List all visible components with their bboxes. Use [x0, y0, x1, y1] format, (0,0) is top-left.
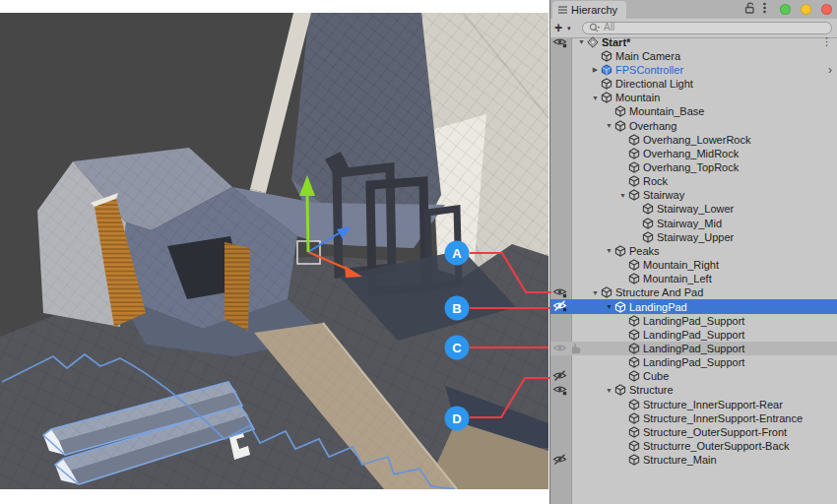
y-axis-arrow[interactable] — [307, 195, 308, 252]
unity-editor-screenshot: { "panel": { "tab": "Hierarchy", "search… — [0, 0, 837, 504]
hierarchy-row[interactable]: Structure_OuterSupport-Front — [550, 425, 837, 439]
hierarchy-row[interactable]: Overhang_TopRock — [550, 160, 837, 174]
hierarchy-row[interactable]: Structure_InnerSupport-Entrance — [550, 411, 837, 425]
object-label: Overhang — [629, 120, 676, 132]
indent-spacer — [572, 69, 590, 70]
hierarchy-row[interactable]: LandingPad_Support — [550, 355, 837, 369]
object-label: Structure — [629, 384, 674, 396]
gameobject-cube-icon — [642, 203, 654, 215]
window-close-button[interactable] — [821, 4, 832, 15]
row-visibility-toggles[interactable] — [552, 343, 582, 354]
expanded-triangle-icon[interactable]: ▼ — [604, 247, 614, 254]
hidden-eye-icon[interactable] — [552, 370, 567, 382]
expanded-triangle-icon[interactable]: ▼ — [617, 192, 628, 199]
eye-icon[interactable] — [552, 343, 567, 354]
hierarchy-row[interactable]: Mountain_Right — [550, 258, 837, 272]
pickability-hand-icon[interactable] — [569, 343, 582, 354]
prefab-chevron-icon[interactable]: › — [828, 63, 832, 77]
expanded-triangle-icon[interactable]: ▼ — [604, 387, 614, 394]
row-visibility-toggles[interactable] — [552, 286, 567, 298]
hierarchy-row[interactable]: Stairway_Upper — [550, 230, 837, 244]
search-input[interactable]: All — [582, 22, 832, 34]
hierarchy-row[interactable]: ▼LandingPad — [550, 299, 837, 313]
indent-spacer — [572, 55, 590, 56]
hierarchy-row[interactable]: ▼Overhang — [550, 118, 837, 132]
hierarchy-row[interactable]: ▼Structure And Pad — [550, 285, 837, 299]
expanded-triangle-icon[interactable]: ▼ — [604, 303, 614, 310]
collapsed-triangle-icon[interactable]: ▶ — [590, 66, 601, 74]
object-label: Peaks — [629, 245, 660, 257]
kebab-menu-icon[interactable] — [763, 2, 766, 14]
hierarchy-panel: Hierarchy + ▾ All — [549, 0, 837, 504]
row-visibility-toggles[interactable] — [552, 36, 567, 48]
indent-spacer — [572, 376, 617, 377]
hierarchy-row[interactable]: ▼Structure — [550, 383, 837, 397]
hierarchy-row[interactable]: Stairway_Lower — [550, 202, 837, 216]
create-object-button[interactable]: + — [554, 19, 562, 36]
expanded-triangle-icon[interactable]: ▼ — [576, 38, 587, 45]
object-label: Mountain_Right — [643, 259, 719, 271]
object-label: LandingPad_Support — [643, 343, 744, 354]
scene-view-canvas[interactable] — [0, 0, 549, 504]
row-visibility-toggles[interactable] — [552, 300, 567, 312]
window-buttons — [780, 4, 832, 15]
gameobject-cube-icon — [614, 105, 626, 117]
tab-hierarchy[interactable]: Hierarchy — [552, 1, 626, 19]
indent-spacer — [572, 362, 617, 363]
indent-spacer — [572, 320, 617, 321]
hierarchy-row[interactable]: Cube — [550, 369, 837, 383]
window-zoom-button[interactable] — [780, 4, 791, 15]
hidden-eye-icon[interactable] — [552, 300, 567, 312]
hierarchy-row[interactable]: Stairway_Mid — [550, 217, 837, 230]
eye-icon[interactable] — [552, 286, 567, 298]
hierarchy-row[interactable]: Overhang_LowerRock — [550, 133, 837, 147]
indent-spacer — [572, 404, 617, 405]
indent-spacer — [572, 265, 617, 266]
gameobject-cube-icon — [628, 315, 640, 327]
object-label: Structure_InnerSupport-Entrance — [643, 412, 803, 424]
hierarchy-row[interactable]: Structure_InnerSupport-Rear — [550, 398, 837, 411]
hierarchy-row[interactable]: Structurre_OuterSupport-Back — [550, 439, 837, 453]
expanded-triangle-icon[interactable]: ▼ — [590, 94, 601, 101]
indent-spacer — [572, 417, 617, 418]
hierarchy-row[interactable]: Mountain_Base — [550, 104, 837, 118]
expanded-triangle-icon[interactable]: ▼ — [604, 122, 614, 129]
hierarchy-rows: ▼Start*⋮Main Camera▶FPSController›Direct… — [550, 35, 837, 468]
row-visibility-toggles[interactable] — [552, 384, 567, 396]
row-visibility-toggles[interactable] — [552, 454, 567, 466]
gameobject-cube-icon — [628, 148, 640, 159]
hierarchy-row[interactable]: LandingPad_Support — [550, 314, 837, 328]
object-label: Overhang_TopRock — [643, 161, 739, 173]
hierarchy-row[interactable]: Rock — [550, 174, 837, 188]
row-kebab-icon[interactable]: ⋮ — [821, 35, 832, 48]
scene-view[interactable] — [0, 0, 549, 504]
hierarchy-row[interactable]: LandingPad_Support — [550, 328, 837, 342]
hierarchy-row[interactable]: ▼Start*⋮ — [550, 35, 837, 49]
object-label: Structure_Main — [643, 454, 717, 466]
hierarchy-row[interactable]: Main Camera — [550, 49, 837, 63]
hierarchy-row[interactable]: Overhang_MidRock — [550, 147, 837, 160]
eye-icon[interactable] — [552, 36, 567, 48]
indent-spacer — [572, 431, 617, 432]
hierarchy-row[interactable]: ▼Stairway — [550, 188, 837, 202]
row-visibility-toggles[interactable] — [552, 370, 567, 382]
hierarchy-row[interactable]: ▼Peaks — [550, 244, 837, 258]
hierarchy-row[interactable]: LandingPad_Support — [550, 342, 837, 355]
window-minimize-button[interactable] — [801, 4, 811, 15]
gameobject-cube-icon — [628, 426, 640, 438]
hierarchy-row[interactable]: Mountain_Left — [550, 272, 837, 285]
hidden-eye-icon[interactable] — [552, 454, 567, 466]
gameobject-cube-icon — [628, 454, 640, 466]
hierarchy-row[interactable]: Structure_Main — [550, 453, 837, 467]
unlock-icon[interactable] — [744, 2, 755, 14]
gameobject-cube-icon — [628, 273, 640, 284]
object-label: Stairway_Upper — [657, 231, 734, 243]
hierarchy-row[interactable]: Directional Light — [550, 77, 837, 91]
object-label: Start* — [602, 36, 630, 48]
hierarchy-row[interactable]: ▶FPSController› — [550, 63, 837, 77]
hierarchy-row[interactable]: ▼Mountain — [550, 91, 837, 104]
top-margin — [0, 0, 548, 13]
expanded-triangle-icon[interactable]: ▼ — [590, 289, 601, 296]
gameobject-cube-icon — [628, 370, 640, 382]
eye-icon[interactable] — [552, 384, 567, 396]
